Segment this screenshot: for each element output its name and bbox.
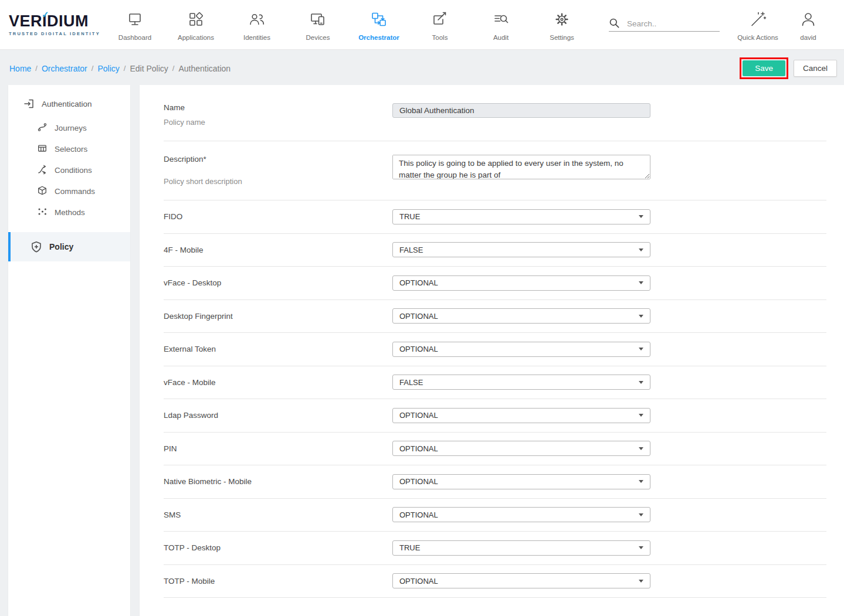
nav-label: Dashboard	[104, 34, 165, 41]
dots-icon	[37, 206, 48, 218]
totp-desktop-select[interactable]: TRUE	[392, 540, 650, 556]
field-label: Ldap Password	[164, 411, 392, 420]
tools-icon	[431, 11, 449, 29]
selected-value: OPTIONAL	[399, 312, 438, 321]
breadcrumb-separator: /	[35, 64, 38, 73]
nav-label: Devices	[287, 34, 348, 41]
field-label: Native Biometric - Mobile	[164, 477, 392, 486]
nav-identities[interactable]: Identities	[226, 8, 287, 41]
nav-tools[interactable]: Tools	[409, 8, 470, 41]
sidebar-item-journeys[interactable]: Journeys	[8, 117, 130, 138]
route-icon	[37, 122, 48, 134]
selected-value: TRUE	[399, 543, 420, 552]
chevron-down-icon	[639, 513, 643, 516]
breadcrumb-edit-policy: Edit Policy	[130, 64, 168, 73]
totp-desktop-row: TOTP - Desktop TRUE	[164, 532, 826, 565]
field-label: TOTP - Mobile	[164, 577, 392, 586]
vface-desktop-select[interactable]: OPTIONAL	[392, 275, 650, 291]
nav-dashboard[interactable]: Dashboard	[104, 8, 165, 41]
nav-audit[interactable]: Audit	[470, 8, 531, 41]
save-button[interactable]: Save	[743, 60, 785, 76]
sidebar-item-methods[interactable]: Methods	[8, 202, 130, 223]
nav-applications[interactable]: Applications	[165, 8, 226, 41]
sms-select[interactable]: OPTIONAL	[392, 507, 650, 522]
quick-actions-button[interactable]: Quick Actions	[733, 8, 783, 41]
annotation-highlight-box: Save	[740, 57, 788, 79]
native-biometric-mobile-row: Native Biometric - Mobile OPTIONAL	[164, 465, 826, 499]
orchestrator-icon	[370, 11, 388, 29]
vface-mobile-row: vFace - Mobile FALSE	[164, 366, 826, 400]
gear-icon	[553, 11, 571, 29]
field-label: 4F - Mobile	[164, 246, 392, 254]
login-arrow-icon	[23, 98, 35, 110]
external-token-select[interactable]: OPTIONAL	[392, 342, 650, 357]
top-bar: VERIDIUM TRUSTED DIGITAL IDENTITY Dashbo…	[0, 0, 844, 50]
field-label: vFace - Mobile	[164, 378, 392, 387]
chevron-down-icon	[639, 414, 643, 417]
branch-icon	[37, 164, 48, 176]
nav-label: Identities	[226, 34, 287, 41]
edit-policy-form: Name Policy name Description* Policy sho…	[140, 85, 844, 616]
policy-name-input[interactable]	[392, 103, 650, 118]
search-input[interactable]	[626, 19, 720, 29]
nav-label: Applications	[165, 34, 226, 41]
page-actions: Save Cancel	[740, 57, 837, 79]
chevron-down-icon	[639, 381, 643, 384]
sidebar-item-authentication[interactable]: Authentication	[8, 89, 130, 117]
desktop-fingerprint-row: Desktop Fingerprint OPTIONAL	[164, 300, 826, 333]
name-row: Name Policy name	[164, 85, 826, 141]
breadcrumb-policy[interactable]: Policy	[97, 64, 119, 73]
selected-value: FALSE	[399, 378, 423, 387]
user-avatar-icon	[799, 11, 817, 29]
name-label: Name	[164, 103, 392, 112]
cancel-button[interactable]: Cancel	[794, 60, 837, 77]
chevron-down-icon	[639, 315, 643, 318]
field-label: TOTP - Desktop	[164, 543, 392, 552]
sidebar-item-conditions[interactable]: Conditions	[8, 159, 130, 181]
vface-mobile-select[interactable]: FALSE	[392, 375, 650, 390]
sidebar-item-commands[interactable]: Commands	[8, 181, 130, 202]
description-label: Description*	[164, 155, 392, 164]
selected-value: TRUE	[399, 212, 420, 221]
nav-label: Settings	[531, 34, 592, 41]
pin-select[interactable]: OPTIONAL	[392, 441, 650, 456]
cube-icon	[37, 185, 48, 197]
selected-value: OPTIONAL	[399, 511, 438, 519]
nav-label: Orchestrator	[348, 34, 409, 41]
4f-mobile-select[interactable]: FALSE	[392, 242, 650, 257]
desktop-fingerprint-select[interactable]: OPTIONAL	[392, 308, 650, 324]
nav-label: Tools	[409, 34, 470, 41]
chevron-down-icon	[639, 281, 643, 284]
breadcrumb-home[interactable]: Home	[9, 64, 31, 73]
audit-icon	[492, 11, 510, 29]
sidebar-item-selectors[interactable]: Selectors	[8, 138, 130, 159]
magic-wand-icon	[749, 11, 767, 29]
chevron-down-icon	[639, 249, 643, 251]
user-menu[interactable]: david	[783, 8, 833, 41]
sidebar-item-label: Authentication	[42, 100, 92, 108]
devices-icon	[309, 11, 327, 29]
nav-orchestrator[interactable]: Orchestrator	[348, 8, 409, 41]
breadcrumb-separator: /	[91, 64, 94, 73]
nav-devices[interactable]: Devices	[287, 8, 348, 41]
ldap-password-select[interactable]: OPTIONAL	[392, 408, 650, 423]
search-icon	[609, 18, 620, 29]
vface-desktop-row: vFace - Desktop OPTIONAL	[164, 267, 826, 300]
native-biometric-mobile-select[interactable]: OPTIONAL	[392, 474, 650, 489]
brand-tagline: TRUSTED DIGITAL IDENTITY	[9, 31, 104, 36]
sidebar-item-label: Journeys	[55, 124, 87, 132]
sidebar-item-policy[interactable]: Policy	[8, 232, 130, 261]
main-panel: Name Policy name Description* Policy sho…	[140, 85, 844, 616]
sidebar: Authentication Journeys Selectors Condit…	[8, 85, 130, 616]
quick-actions-label: Quick Actions	[733, 34, 783, 41]
nav-settings[interactable]: Settings	[531, 8, 592, 41]
totp-mobile-select[interactable]: OPTIONAL	[392, 573, 650, 588]
fido-select[interactable]: TRUE	[392, 209, 650, 224]
chevron-down-icon	[639, 546, 643, 549]
fido-row: FIDO TRUE	[164, 200, 826, 234]
policy-description-textarea[interactable]: This policy is going to be applied to ev…	[392, 155, 650, 179]
grid-icon	[187, 11, 205, 29]
brand-name: VERIDIUM	[9, 13, 104, 29]
field-label: External Token	[164, 345, 392, 353]
breadcrumb-orchestrator[interactable]: Orchestrator	[42, 64, 87, 73]
